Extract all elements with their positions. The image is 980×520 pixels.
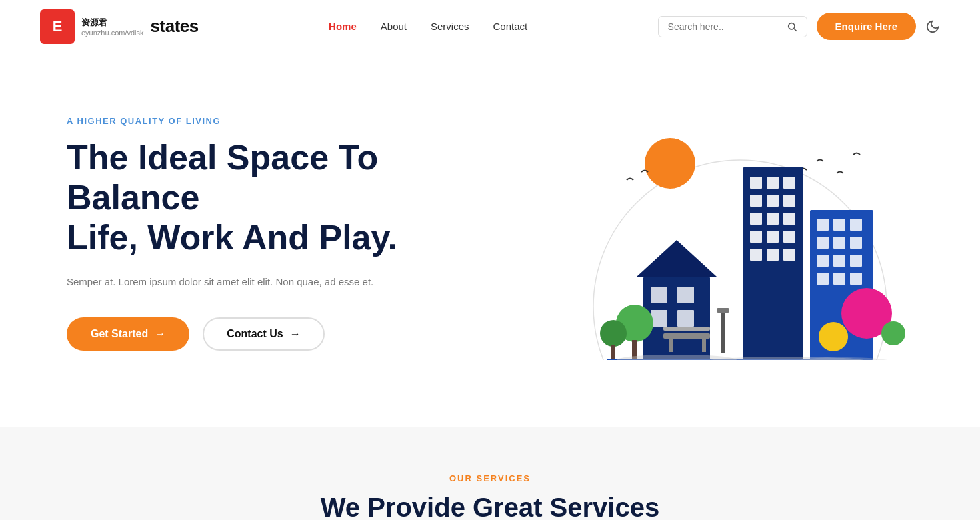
search-box [658,16,807,37]
nav-home[interactable]: Home [329,21,357,32]
services-title: We Provide Great Services [67,493,913,520]
arrow-right-icon: → [155,328,165,340]
svg-rect-14 [750,231,762,243]
svg-rect-6 [767,177,779,189]
svg-rect-41 [669,339,673,352]
svg-rect-49 [611,345,615,359]
logo-brand: states [151,16,199,37]
nav-right: Enquire Here [658,13,940,40]
svg-point-52 [881,321,905,345]
search-input[interactable] [668,21,781,32]
services-section: OUR SERVICES We Provide Great Services [0,427,980,520]
svg-rect-24 [817,237,829,249]
svg-rect-7 [783,177,795,189]
get-started-button[interactable]: Get Started → [67,317,189,351]
svg-rect-45 [717,308,729,313]
svg-rect-9 [767,195,779,207]
svg-rect-11 [750,213,762,225]
svg-rect-32 [850,273,862,285]
logo-icon: E [40,9,75,44]
svg-rect-44 [721,310,725,353]
nav-links: Home About Services Contact [329,21,527,33]
nav-services[interactable]: Services [431,21,469,32]
hero-section: A HIGHER QUALITY OF LIVING The Ideal Spa… [0,53,980,427]
svg-rect-30 [817,273,829,285]
svg-rect-40 [663,333,710,339]
svg-rect-47 [632,340,637,359]
svg-rect-19 [783,249,795,261]
nav-about[interactable]: About [381,21,407,32]
enquire-button[interactable]: Enquire Here [817,13,916,40]
svg-rect-23 [850,219,862,231]
svg-rect-10 [783,195,795,207]
services-label: OUR SERVICES [67,473,913,483]
svg-rect-43 [663,327,710,331]
svg-rect-27 [817,255,829,267]
hero-buttons: Get Started → Contact Us → [67,317,440,351]
logo[interactable]: E 资源君 eyunzhu.com/vdisk states [40,9,199,44]
svg-rect-18 [767,249,779,261]
svg-rect-31 [833,273,845,285]
svg-rect-36 [677,287,694,303]
navbar: E 资源君 eyunzhu.com/vdisk states Home Abou… [0,0,980,53]
search-button[interactable] [787,21,797,32]
logo-text: 资源君 eyunzhu.com/vdisk [81,17,144,37]
svg-rect-38 [677,310,694,327]
svg-marker-34 [637,240,717,277]
svg-rect-28 [833,255,845,267]
nav-contact[interactable]: Contact [493,21,528,32]
svg-point-0 [788,23,794,29]
svg-rect-12 [767,213,779,225]
svg-rect-8 [750,195,762,207]
svg-rect-13 [783,213,795,225]
dark-mode-toggle[interactable] [925,19,940,34]
arrow-right-icon-2: → [290,328,301,340]
contact-us-button[interactable]: Contact Us → [203,317,324,351]
svg-rect-25 [833,237,845,249]
hero-tagline: A HIGHER QUALITY OF LIVING [67,116,440,126]
hero-content: A HIGHER QUALITY OF LIVING The Ideal Spa… [67,116,440,351]
svg-rect-21 [817,219,829,231]
svg-rect-42 [702,339,706,352]
svg-rect-22 [833,219,845,231]
hero-title: The Ideal Space To Balance Life, Work An… [67,138,440,257]
svg-rect-17 [750,249,762,261]
svg-rect-15 [767,231,779,243]
city-svg [540,107,913,360]
svg-rect-29 [850,255,862,267]
svg-point-51 [819,322,848,351]
svg-rect-26 [850,237,862,249]
svg-rect-16 [783,231,795,243]
hero-description: Semper at. Lorem ipsum dolor sit amet el… [67,273,440,291]
svg-rect-5 [750,177,762,189]
svg-point-3 [645,138,695,189]
hero-illustration [540,107,913,360]
svg-line-1 [794,29,797,31]
svg-rect-35 [651,287,667,303]
svg-point-48 [600,320,627,347]
